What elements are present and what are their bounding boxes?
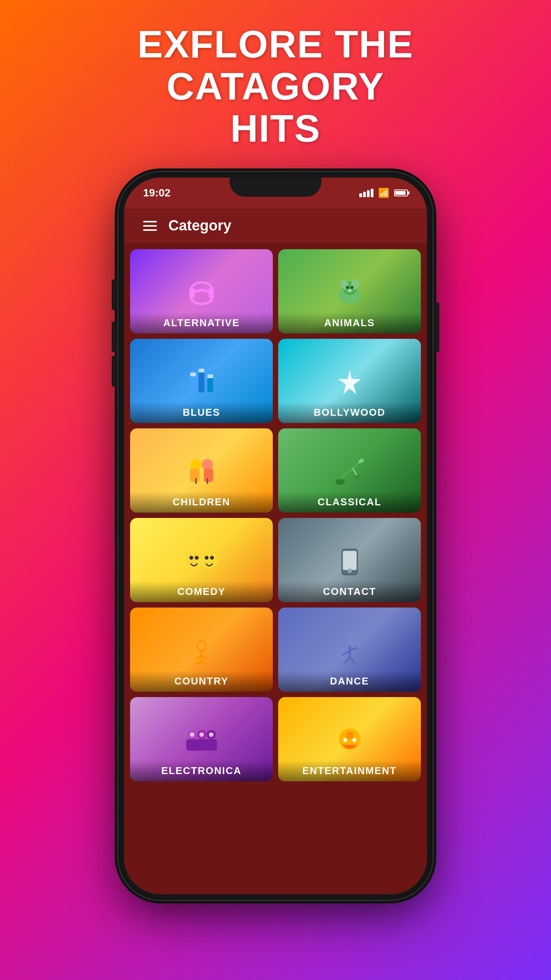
svg-point-7 <box>346 286 349 289</box>
category-card-alternative[interactable]: ALTERNATIVE <box>130 249 273 333</box>
category-label-bollywood: BOLLYWOOD <box>278 402 421 423</box>
svg-point-57 <box>346 732 354 739</box>
svg-point-53 <box>190 732 194 737</box>
svg-point-43 <box>346 638 354 646</box>
app-title: Category <box>168 217 231 234</box>
category-label-electronica: ELECTRONICA <box>130 760 273 781</box>
wifi-icon: 📶 <box>378 188 390 198</box>
category-label-contact: CONTACT <box>278 581 421 602</box>
category-card-animals[interactable]: ANIMALS <box>278 249 421 333</box>
status-icons: 📶 <box>359 188 408 198</box>
category-label-animals: ANIMALS <box>278 312 421 333</box>
svg-rect-35 <box>343 551 357 570</box>
category-label-alternative: ALTERNATIVE <box>130 312 273 333</box>
category-card-electronica[interactable]: ELECTRONICA <box>130 697 273 781</box>
categories-grid: ALTERNATIVE ANIMALS BLUES BOLLYWOOD CHIL… <box>130 249 421 781</box>
headline-line1: EXFLORE THE CATAGORY <box>23 23 528 107</box>
categories-scroll[interactable]: ALTERNATIVE ANIMALS BLUES BOLLYWOOD CHIL… <box>124 243 427 894</box>
svg-rect-11 <box>190 372 196 376</box>
headline: EXFLORE THE CATAGORY HITS <box>0 23 551 149</box>
svg-rect-15 <box>207 374 213 378</box>
svg-point-29 <box>189 556 193 560</box>
svg-rect-13 <box>199 369 204 372</box>
category-label-classical: CLASSICAL <box>278 492 421 513</box>
svg-point-59 <box>352 738 356 742</box>
category-card-classical[interactable]: CLASSICAL <box>278 428 421 513</box>
category-label-entertainment: ENTERTAINMENT <box>278 760 421 781</box>
svg-rect-49 <box>186 739 217 751</box>
svg-point-30 <box>195 556 199 560</box>
svg-point-55 <box>209 732 214 737</box>
svg-rect-20 <box>204 469 213 482</box>
svg-point-9 <box>347 289 352 292</box>
svg-point-58 <box>343 738 347 742</box>
svg-point-33 <box>210 556 214 560</box>
svg-point-8 <box>350 286 354 289</box>
svg-line-48 <box>350 657 355 664</box>
category-card-children[interactable]: CHILDREN <box>130 428 273 513</box>
svg-point-32 <box>205 556 209 560</box>
category-card-blues[interactable]: BLUES <box>130 339 273 423</box>
category-label-blues: BLUES <box>130 402 273 423</box>
svg-line-47 <box>344 657 350 664</box>
headline-line2: HITS <box>23 107 528 149</box>
category-label-country: COUNTRY <box>130 671 273 692</box>
svg-point-54 <box>199 732 204 737</box>
status-time: 19:02 <box>143 187 171 199</box>
phone-wrapper: 19:02 📶 Category ALTER <box>119 172 432 900</box>
category-card-bollywood[interactable]: BOLLYWOOD <box>278 339 421 423</box>
category-label-comedy: COMEDY <box>130 581 273 602</box>
category-card-entertainment[interactable]: ENTERTAINMENT <box>278 697 421 781</box>
svg-point-23 <box>336 479 345 485</box>
svg-point-36 <box>347 568 352 573</box>
hamburger-menu[interactable] <box>143 221 157 231</box>
category-card-country[interactable]: COUNTRY <box>130 608 273 692</box>
battery-icon <box>394 189 408 196</box>
category-card-contact[interactable]: CONTACT <box>278 518 421 602</box>
category-label-children: CHILDREN <box>130 492 273 513</box>
category-card-dance[interactable]: DANCE <box>278 608 421 692</box>
svg-rect-19 <box>190 469 199 482</box>
svg-rect-12 <box>199 369 204 392</box>
category-label-dance: DANCE <box>278 671 421 692</box>
signal-icon <box>359 189 373 197</box>
svg-marker-16 <box>338 369 361 394</box>
category-card-comedy[interactable]: COMEDY <box>130 518 273 602</box>
svg-point-37 <box>197 641 206 650</box>
app-header: Category <box>124 208 427 243</box>
phone-screen: 19:02 📶 Category ALTER <box>124 178 427 894</box>
notch <box>230 178 321 197</box>
